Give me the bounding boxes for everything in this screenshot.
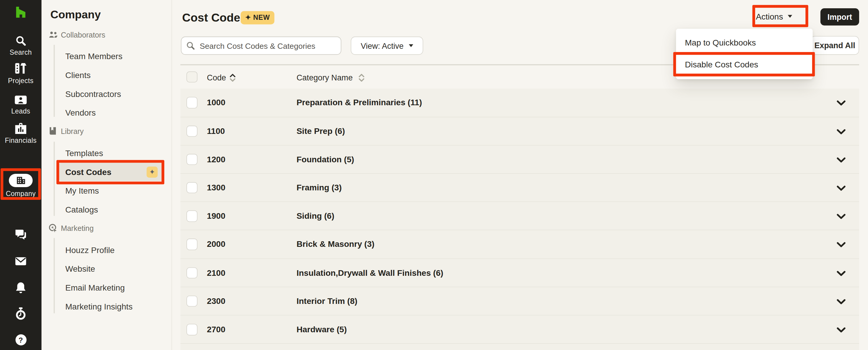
nav-financials-label: Financials: [5, 137, 37, 145]
select-all-checkbox[interactable]: [186, 71, 198, 83]
column-header-category-name[interactable]: Category Name: [297, 73, 353, 82]
marketing-icon: [49, 224, 58, 232]
actions-button[interactable]: Actions: [756, 8, 792, 24]
row-checkbox[interactable]: [186, 239, 198, 250]
nav-search[interactable]: Search: [0, 35, 41, 56]
cost-code: 1200: [207, 145, 225, 173]
row-checkbox[interactable]: [186, 267, 198, 279]
sidebar-item-email-marketing[interactable]: Email Marketing: [65, 283, 125, 292]
section-library: Library: [61, 127, 84, 136]
view-filter-dropdown[interactable]: View: Active: [351, 37, 423, 55]
section-marketing: Marketing: [61, 224, 94, 232]
sort-control-code[interactable]: [229, 73, 236, 82]
chevron-down-icon: [409, 45, 414, 47]
houzz-logo-icon[interactable]: [14, 6, 27, 18]
row-checkbox[interactable]: [186, 210, 198, 222]
nav-search-label: Search: [10, 49, 32, 56]
nav-time-tracking[interactable]: [0, 307, 41, 320]
category-name: Siding (6): [297, 202, 335, 230]
nav-notifications[interactable]: [0, 282, 41, 294]
sidebar-item-subcontractors[interactable]: Subcontractors: [65, 89, 121, 98]
table-row[interactable]: 1100 Site Prep (6): [180, 117, 859, 145]
sort-asc-icon: [229, 73, 236, 77]
chevron-down-icon: [788, 15, 792, 18]
group-guide-line: [54, 45, 55, 117]
sidebar-item-houzz-profile[interactable]: Houzz Profile: [65, 245, 115, 255]
expand-row-chevron-icon[interactable]: [837, 128, 846, 134]
stopwatch-icon: [15, 307, 27, 320]
nav-company-label: Company: [0, 190, 41, 198]
category-name: Hardware (5): [297, 315, 347, 343]
category-name: Site Prep (6): [297, 117, 345, 145]
sidebar-item-clients[interactable]: Clients: [65, 70, 91, 80]
expand-row-chevron-icon[interactable]: [837, 185, 846, 191]
expand-row-chevron-icon[interactable]: [837, 157, 846, 163]
actions-label: Actions: [756, 11, 783, 21]
company-active-pill: [9, 174, 33, 187]
row-checkbox[interactable]: [186, 154, 198, 165]
table-row[interactable]: 2700 Hardware (5): [180, 315, 859, 344]
expand-all-button[interactable]: Expand All: [810, 36, 859, 55]
sidebar-item-templates[interactable]: Templates: [65, 148, 103, 158]
nav-projects[interactable]: Projects: [0, 63, 41, 85]
category-name: Foundation (5): [297, 145, 354, 173]
category-name: Preparation & Preliminaries (11): [297, 89, 422, 116]
nav-leads[interactable]: Leads: [0, 95, 41, 115]
row-checkbox[interactable]: [186, 296, 198, 307]
sparkle-glyph: ✦: [149, 168, 155, 176]
projects-icon: [14, 63, 27, 74]
expand-row-chevron-icon[interactable]: [837, 100, 846, 106]
expand-row-chevron-icon[interactable]: [837, 214, 846, 220]
sort-control-category-name[interactable]: [359, 73, 365, 82]
expand-row-chevron-icon[interactable]: [837, 299, 846, 304]
sidebar-item-vendors[interactable]: Vendors: [65, 108, 96, 117]
import-label: Import: [828, 12, 852, 21]
menu-item-disable-cost-codes[interactable]: Disable Cost Codes: [676, 54, 813, 76]
cost-code-table: 1000 Preparation & Preliminaries (11) 11…: [180, 89, 859, 350]
actions-dropdown-menu: Map to Quickbooks Disable Cost Codes: [676, 29, 813, 79]
sort-desc-icon: [359, 78, 365, 82]
row-checkbox[interactable]: [186, 97, 198, 108]
expand-row-chevron-icon[interactable]: [837, 327, 846, 333]
cost-code: 2700: [207, 315, 225, 343]
company-building-icon: [16, 176, 25, 184]
sidebar-item-website[interactable]: Website: [65, 264, 95, 273]
row-checkbox[interactable]: [186, 125, 198, 137]
nav-mail[interactable]: [0, 257, 41, 266]
sidebar-item-cost-codes[interactable]: Cost Codes ✦: [59, 163, 163, 181]
library-icon: [49, 127, 57, 135]
row-checkbox[interactable]: [186, 324, 198, 335]
column-header-code[interactable]: Code: [207, 73, 226, 82]
sort-desc-icon: [229, 78, 236, 82]
nav-financials[interactable]: Financials: [0, 123, 41, 145]
messages-icon: [15, 229, 27, 240]
table-row[interactable]: 2300 Interior Trim (8): [180, 287, 859, 316]
search-input[interactable]: [181, 37, 341, 55]
nav-messages[interactable]: [0, 229, 41, 240]
page: Search Projects Leads: [0, 0, 868, 350]
cost-code: 2000: [207, 231, 225, 258]
company-sidebar: Company Collaborators Team Members Clien…: [41, 0, 172, 350]
group-guide-line: [54, 142, 55, 216]
table-row[interactable]: 2100 Insulation,Drywall & Wall Finishes …: [180, 259, 859, 287]
search-icon: [16, 35, 26, 46]
table-row[interactable]: 2000 Brick & Masonry (3): [180, 231, 859, 259]
sidebar-item-my-items[interactable]: My Items: [65, 186, 99, 195]
table-row[interactable]: 1900 Siding (6): [180, 202, 859, 231]
expand-row-chevron-icon[interactable]: [837, 270, 846, 276]
category-name: Insulation,Drywall & Wall Finishes (6): [297, 259, 443, 287]
table-row[interactable]: 1300 Framing (3): [180, 174, 859, 202]
sidebar-title: Company: [50, 8, 101, 21]
sidebar-item-marketing-insights[interactable]: Marketing Insights: [65, 302, 133, 311]
nav-help[interactable]: ?: [0, 334, 41, 345]
sidebar-item-catalogs[interactable]: Catalogs: [65, 205, 98, 214]
sidebar-item-team-members[interactable]: Team Members: [65, 52, 123, 61]
expand-row-chevron-icon[interactable]: [837, 242, 846, 248]
bell-icon: [15, 282, 27, 294]
menu-item-map-to-quickbooks[interactable]: Map to Quickbooks: [676, 32, 813, 54]
table-row[interactable]: 1200 Foundation (5): [180, 145, 859, 174]
sparkle-badge-icon: ✦: [147, 167, 157, 177]
row-checkbox[interactable]: [186, 182, 198, 193]
table-row[interactable]: 1000 Preparation & Preliminaries (11): [180, 89, 859, 117]
import-button[interactable]: Import: [820, 8, 859, 25]
